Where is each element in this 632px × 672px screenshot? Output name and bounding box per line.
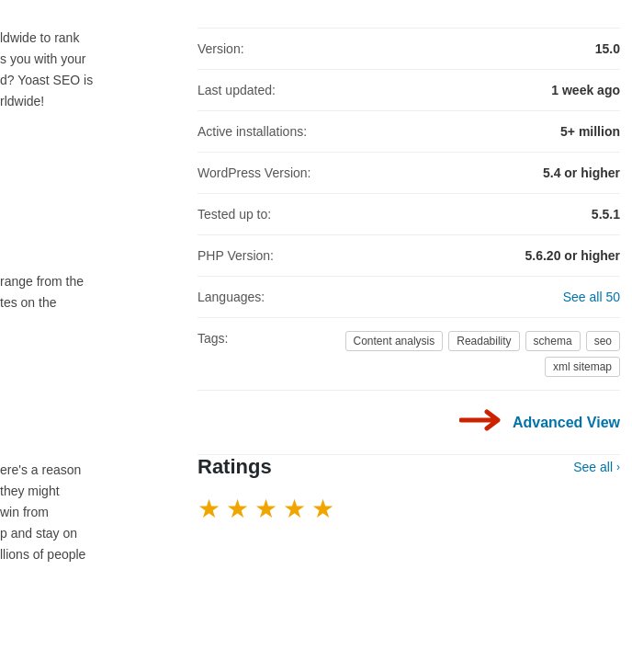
info-panel: Version: 15.0 Last updated: 1 week ago A… [198,28,620,524]
left-text-line-7: ere's a reason [0,460,152,481]
tags-row: Tags: Content analysis Readability schem… [198,318,620,391]
version-value: 15.0 [595,41,620,56]
left-text-block-1: ldwide to rank s you with your d? Yoast … [0,28,152,112]
left-text-block-3: ere's a reason they might win from p and… [0,460,152,565]
tag-content-analysis[interactable]: Content analysis [345,331,444,351]
left-text-line-1: ldwide to rank [0,28,152,49]
last-updated-value: 1 week ago [551,83,620,97]
star-1-icon: ★ [198,494,220,524]
left-text-line-2: s you with your [0,49,152,70]
version-label: Version: [198,41,244,56]
languages-link[interactable]: See all 50 [563,290,620,304]
active-installations-label: Active installations: [198,124,307,139]
page-wrapper: ldwide to rank s you with your d? Yoast … [0,0,632,672]
left-text-line-10: p and stay on [0,523,152,544]
tags-label: Tags: [198,331,228,346]
ratings-see-all-link[interactable]: See all › [573,460,620,474]
see-all-label: See all [573,460,613,474]
active-installations-value: 5+ million [560,124,620,139]
wordpress-version-label: WordPress Version: [198,165,310,180]
star-3-icon: ★ [254,494,277,524]
left-text-line-6: tes on the [0,292,152,313]
languages-label: Languages: [198,290,265,304]
left-text-line-8: they might [0,481,152,502]
left-text-line-9: win from [0,502,152,523]
tested-up-to-value: 5.5.1 [592,207,620,222]
php-version-label: PHP Version: [198,248,274,263]
left-text-line-4: rldwide! [0,91,152,112]
last-updated-label: Last updated: [198,83,276,97]
tag-readability[interactable]: Readability [448,331,519,351]
ratings-title: Ratings [198,455,272,479]
tested-up-to-row: Tested up to: 5.5.1 [198,194,620,235]
version-row: Version: 15.0 [198,28,620,70]
languages-row: Languages: See all 50 [198,277,620,318]
left-text-line-5: range from the [0,271,152,292]
tags-container: Content analysis Readability schema seo … [344,331,620,377]
php-version-row: PHP Version: 5.6.20 or higher [198,235,620,277]
tag-xml-sitemap[interactable]: xml sitemap [545,357,620,377]
wordpress-version-row: WordPress Version: 5.4 or higher [198,153,620,194]
wordpress-version-value: 5.4 or higher [543,165,620,180]
tag-seo[interactable]: seo [586,331,620,351]
star-5-icon: ★ [311,494,334,524]
left-text-line-11: llions of people [0,544,152,565]
php-version-value: 5.6.20 or higher [525,248,620,263]
tested-up-to-label: Tested up to: [198,207,271,222]
tag-schema[interactable]: schema [525,331,581,351]
chevron-right-icon: › [616,461,620,473]
stars-row: ★ ★ ★ ★ ★ [198,494,620,524]
ratings-header: Ratings See all › [198,455,620,479]
star-2-icon: ★ [226,494,249,524]
left-text-block-2: range from the tes on the [0,271,152,313]
star-4-icon: ★ [283,494,306,524]
left-text-line-3: d? Yoast SEO is [0,70,152,91]
active-installations-row: Active installations: 5+ million [198,111,620,153]
arrow-right-icon [459,407,503,438]
advanced-view-link[interactable]: Advanced View [513,415,620,431]
advanced-view-row: Advanced View [198,391,620,455]
last-updated-row: Last updated: 1 week ago [198,70,620,111]
